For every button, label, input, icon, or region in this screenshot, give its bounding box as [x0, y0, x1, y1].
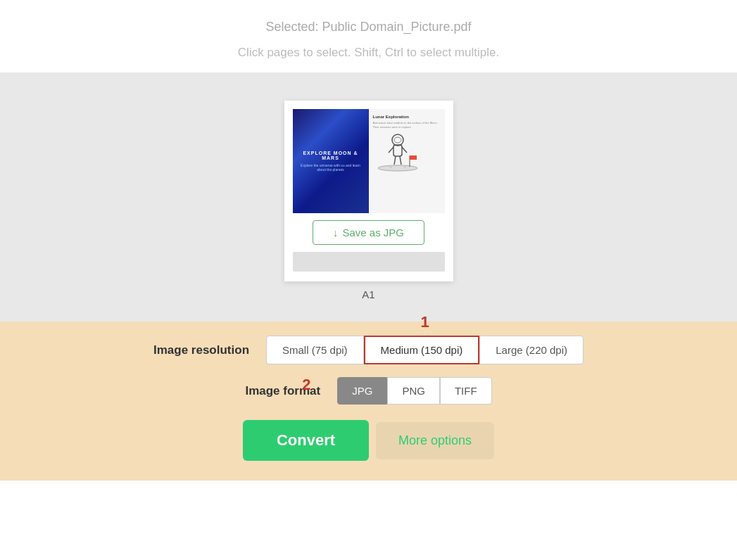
- svg-point-6: [394, 137, 401, 143]
- resolution-large-button[interactable]: Large (220 dpi): [479, 336, 584, 364]
- svg-line-5: [400, 156, 401, 165]
- bottom-section: Image resolution 1 Small (75 dpi) Medium…: [0, 322, 737, 481]
- step2-badge: 2: [302, 376, 310, 394]
- astronaut-illustration: [373, 133, 422, 172]
- format-tiff-button[interactable]: TIFF: [440, 377, 492, 405]
- convert-button[interactable]: Convert: [243, 420, 369, 461]
- page-preview-card[interactable]: EXPLORE MOON & MARS Explore the universe…: [284, 101, 453, 281]
- page-label: A1: [362, 288, 374, 300]
- thumb-subtitle: Explore the universe with us and learn a…: [297, 163, 365, 172]
- svg-line-2: [389, 147, 393, 153]
- thumbnail-right: Lunar Exploration Astronauts have walked…: [369, 109, 445, 213]
- thumbnail-left: EXPLORE MOON & MARS Explore the universe…: [293, 109, 369, 213]
- svg-line-4: [394, 156, 396, 165]
- format-jpg-button[interactable]: JPG: [337, 377, 387, 405]
- svg-point-7: [378, 165, 417, 171]
- resolution-options: Small (75 dpi) Medium (150 dpi) Large (2…: [266, 336, 584, 364]
- instruction-label: Click pages to select. Shift, Ctrl to se…: [0, 46, 737, 60]
- page-footer-area: [293, 252, 445, 272]
- step1-badge: 1: [420, 313, 429, 331]
- svg-point-8: [389, 165, 392, 168]
- preview-section: EXPLORE MOON & MARS Explore the universe…: [0, 72, 737, 322]
- resolution-medium-button[interactable]: Medium (150 dpi): [364, 336, 480, 364]
- top-section: Selected: Public Domain_Picture.pdf Clic…: [0, 0, 737, 72]
- format-options: JPG PNG TIFF: [337, 377, 491, 405]
- format-row: Image format 2 JPG PNG TIFF: [245, 377, 491, 405]
- svg-point-9: [403, 167, 405, 169]
- svg-point-0: [392, 134, 403, 146]
- thumb-right-text: Astronauts have walked on the surface of…: [373, 121, 441, 129]
- resolution-options-wrapper: 1 Small (75 dpi) Medium (150 dpi) Large …: [266, 336, 584, 364]
- more-options-button[interactable]: More options: [376, 422, 494, 459]
- save-as-jpg-button[interactable]: ↓ Save as JPG: [313, 220, 424, 245]
- download-arrow-icon: ↓: [333, 227, 339, 238]
- svg-rect-1: [393, 145, 402, 156]
- save-button-label: Save as JPG: [342, 227, 404, 238]
- format-png-button[interactable]: PNG: [387, 377, 440, 405]
- thumb-title: EXPLORE MOON & MARS: [297, 151, 365, 160]
- selected-file-label: Selected: Public Domain_Picture.pdf: [0, 20, 737, 34]
- resolution-small-button[interactable]: Small (75 dpi): [266, 336, 364, 364]
- svg-line-3: [402, 147, 407, 153]
- thumb-right-title: Lunar Exploration: [373, 115, 441, 119]
- resolution-label: Image resolution: [153, 343, 249, 357]
- page-thumbnail: EXPLORE MOON & MARS Explore the universe…: [293, 109, 445, 213]
- svg-rect-11: [410, 155, 417, 160]
- resolution-row: Image resolution 1 Small (75 dpi) Medium…: [153, 336, 584, 364]
- action-row: Convert More options: [243, 420, 494, 461]
- format-options-wrapper: 2 JPG PNG TIFF: [337, 377, 491, 405]
